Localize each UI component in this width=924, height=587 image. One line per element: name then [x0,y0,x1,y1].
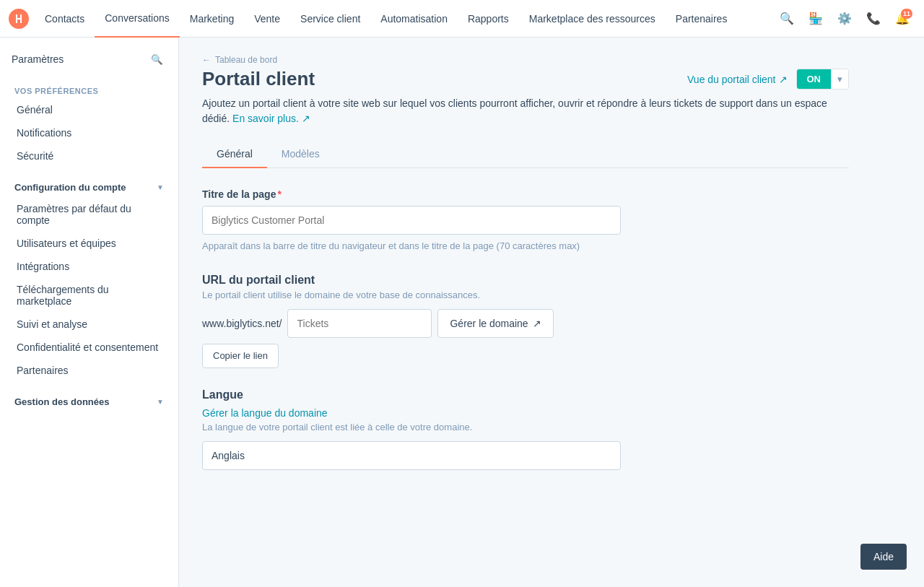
toggle-on-button[interactable]: ON [797,69,832,89]
breadcrumb[interactable]: ← Tableau de bord [202,55,849,65]
nav-service-client[interactable]: Service client [290,0,370,38]
sidebar-gestion-section: Gestion des données ▼ [0,388,178,412]
url-section-title: URL du portail client [202,274,849,287]
url-input-row: www.biglytics.net/ Gérer le domaine ↗ [202,309,849,338]
sidebar-config-label: Configuration du compte [14,182,126,193]
sidebar-item-confidentialite[interactable]: Confidentialité et consentement [0,336,178,359]
manage-domain-button[interactable]: Gérer le domaine ↗ [437,309,553,338]
sidebar-item-suivi[interactable]: Suivi et analyse [0,313,178,336]
external-link-icon: ↗ [779,74,788,85]
sidebar-preferences-heading: Vos préférences [0,81,178,98]
sidebar-item-notifications[interactable]: Notifications [0,121,178,144]
chevron-down-icon: ▼ [157,183,164,191]
language-select[interactable]: Anglais Français Espagnol Allemand [202,441,621,470]
title-field-help: Apparaît dans la barre de titre du navig… [202,239,849,253]
page-header: Portail client Vue du portail client ↗ O… [202,68,849,90]
page-description: Ajoutez un portail client à votre site w… [202,96,849,126]
breadcrumb-label: Tableau de bord [215,55,277,65]
url-description: Le portail client utilise le domaine de … [202,290,849,300]
chevron-down-icon-2: ▼ [157,398,164,406]
language-description: La langue de votre portail client est li… [202,422,849,432]
marketplace-button[interactable]: 🏪 [803,6,829,32]
content-area: Titre de la page* Apparaît dans la barre… [202,168,849,510]
main-content: ← Tableau de bord Portail client Vue du … [179,38,872,587]
url-prefix: www.biglytics.net/ [202,318,282,329]
nav-links: Contacts Conversations Marketing Vente S… [35,0,774,38]
view-portal-link[interactable]: Vue du portail client ↗ [687,74,787,85]
sidebar-item-general[interactable]: Général [0,98,178,121]
sidebar-item-integrations[interactable]: Intégrations [0,255,178,278]
view-portal-label: Vue du portail client [687,74,775,85]
toggle-container: ON ▾ [796,69,850,90]
nav-icon-group: 🔍 🏪 ⚙️ 📞 🔔 11 [774,6,915,32]
title-field-label: Titre de la page* [202,188,849,200]
hubspot-logo [9,9,29,29]
sidebar-item-telechargements[interactable]: Téléchargements du marketplace [0,278,178,313]
main-layout: Paramètres 🔍 Vos préférences Général Not… [0,38,924,587]
sidebar-config-section: Configuration du compte ▼ Paramètres par… [0,173,178,382]
nav-rapports[interactable]: Rapports [458,0,519,38]
sidebar-gestion-heading[interactable]: Gestion des données ▼ [0,388,178,412]
external-link-icon-2: ↗ [533,318,541,329]
help-button[interactable]: Aide [860,544,907,570]
sidebar-item-params-defaut[interactable]: Paramètres par défaut du compte [0,197,178,232]
title-field-section: Titre de la page* Apparaît dans la barre… [202,188,849,253]
sidebar-header: Paramètres 🔍 [0,49,178,81]
sidebar-search-button[interactable]: 🔍 [147,49,167,69]
tab-general[interactable]: Général [202,141,267,168]
header-right: Vue du portail client ↗ ON ▾ [687,69,849,90]
tabs: Général Modèles [202,141,849,168]
language-section: Langue Gérer la langue du domaine La lan… [202,388,849,470]
sidebar-gestion-label: Gestion des données [14,396,109,407]
nav-automatisation[interactable]: Automatisation [370,0,458,38]
url-section: URL du portail client Le portail client … [202,274,849,368]
sidebar-config-heading[interactable]: Configuration du compte ▼ [0,173,178,197]
learn-more-link[interactable]: En savoir plus. ↗ [232,113,310,124]
nav-marketplace[interactable]: Marketplace des ressources [519,0,666,38]
notifications-button[interactable]: 🔔 11 [889,6,915,32]
nav-contacts[interactable]: Contacts [35,0,95,38]
top-navigation: Contacts Conversations Marketing Vente S… [0,0,924,38]
toggle-arrow-button[interactable]: ▾ [831,69,848,89]
breadcrumb-arrow-icon: ← [202,55,211,65]
learn-more-icon: ↗ [302,113,310,124]
sidebar: Paramètres 🔍 Vos préférences Général Not… [0,38,179,587]
sidebar-item-securite[interactable]: Sécurité [0,144,178,168]
tab-modeles[interactable]: Modèles [267,141,334,168]
sidebar-item-partenaires[interactable]: Partenaires [0,359,178,382]
notifications-badge: 11 [901,9,912,19]
sidebar-item-utilisateurs[interactable]: Utilisateurs et équipes [0,232,178,255]
phone-button[interactable]: 📞 [860,6,886,32]
page-title: Portail client [202,68,315,90]
search-button[interactable]: 🔍 [774,6,800,32]
copy-link-button[interactable]: Copier le lien [202,344,279,368]
sidebar-preferences-section: Vos préférences Général Notifications Sé… [0,81,178,168]
url-slug-input[interactable] [287,309,432,338]
required-marker: * [277,188,281,200]
settings-button[interactable]: ⚙️ [832,6,858,32]
nav-vente[interactable]: Vente [244,0,290,38]
language-title: Langue [202,388,849,401]
nav-marketing[interactable]: Marketing [180,0,244,38]
page-title-input[interactable] [202,206,621,235]
manage-language-link[interactable]: Gérer la langue du domaine [202,407,328,419]
sidebar-title: Paramètres [12,53,64,65]
nav-partenaires[interactable]: Partenaires [666,0,738,38]
nav-conversations[interactable]: Conversations [95,0,180,38]
